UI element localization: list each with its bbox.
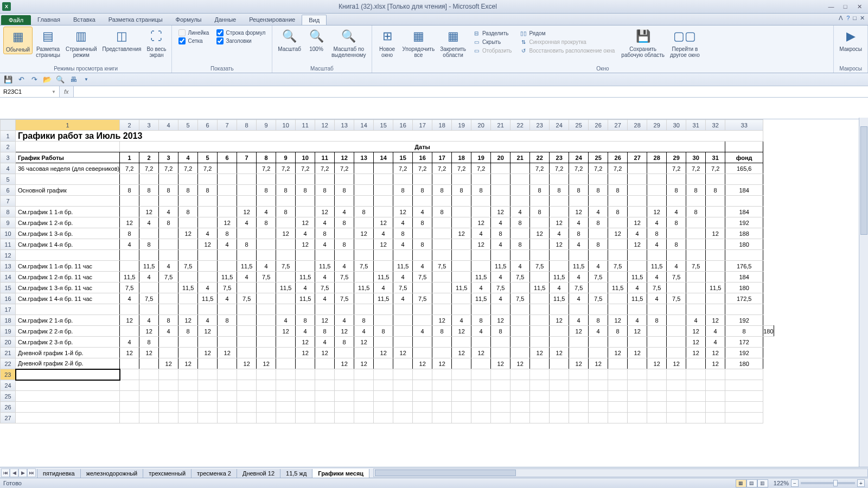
cell[interactable] bbox=[530, 358, 550, 369]
cell[interactable] bbox=[432, 196, 452, 207]
cell[interactable]: 12 bbox=[178, 228, 198, 239]
cell[interactable] bbox=[510, 326, 530, 337]
cell[interactable] bbox=[393, 304, 413, 315]
cell[interactable] bbox=[452, 304, 471, 315]
cell[interactable] bbox=[452, 196, 471, 207]
cell[interactable] bbox=[413, 196, 432, 207]
fund-cell[interactable]: 184 bbox=[725, 185, 763, 196]
fx-icon[interactable]: fx bbox=[60, 88, 73, 95]
cell[interactable]: 4 bbox=[315, 293, 335, 304]
cell[interactable]: 7,2 bbox=[120, 163, 139, 174]
cell[interactable]: 8 bbox=[589, 239, 608, 250]
formula-bar-checkbox[interactable]: Строка формул bbox=[216, 29, 265, 37]
cell[interactable]: 4 bbox=[139, 315, 159, 326]
cell[interactable] bbox=[510, 163, 530, 174]
cell[interactable]: 12 bbox=[608, 348, 628, 358]
cell[interactable] bbox=[276, 293, 296, 304]
view-normal-icon[interactable]: ▦ bbox=[736, 479, 746, 487]
cell[interactable] bbox=[139, 196, 159, 207]
cell[interactable] bbox=[374, 196, 393, 207]
cell[interactable]: 7,5 bbox=[647, 282, 667, 293]
col-header[interactable]: 24 bbox=[550, 120, 569, 131]
cell[interactable]: 8 bbox=[471, 315, 491, 326]
cell[interactable]: 7,2 bbox=[139, 163, 159, 174]
cell[interactable] bbox=[510, 250, 530, 261]
cell[interactable] bbox=[667, 326, 686, 337]
row-label[interactable]: См.график 1 3-я бр. bbox=[16, 228, 120, 239]
spreadsheet-grid[interactable]: 1234567891011121314151617181920212223242… bbox=[0, 119, 868, 423]
cell[interactable] bbox=[198, 196, 218, 207]
cell[interactable]: 7,5 bbox=[139, 293, 159, 304]
cell[interactable]: 7,5 bbox=[178, 261, 198, 272]
cell[interactable] bbox=[159, 348, 178, 358]
cell[interactable]: 12 bbox=[510, 358, 530, 369]
cell[interactable]: 8 bbox=[608, 185, 628, 196]
cell[interactable]: 12 bbox=[218, 348, 237, 358]
cell[interactable] bbox=[530, 337, 550, 348]
cell[interactable] bbox=[159, 282, 178, 293]
cell[interactable]: 12 bbox=[647, 207, 667, 217]
cell[interactable]: 12 bbox=[374, 217, 393, 228]
cell[interactable] bbox=[471, 261, 491, 272]
cell[interactable]: 8 bbox=[432, 326, 452, 337]
cell[interactable]: 11,5 bbox=[315, 261, 335, 272]
cell[interactable] bbox=[276, 304, 296, 315]
cell[interactable]: 12 bbox=[178, 315, 198, 326]
cell[interactable]: 12 bbox=[647, 358, 667, 369]
cell[interactable]: 7,5 bbox=[120, 282, 139, 293]
col-header[interactable]: 22 bbox=[510, 120, 530, 131]
cell[interactable]: 7,2 bbox=[198, 163, 218, 174]
cell[interactable] bbox=[608, 250, 628, 261]
cell[interactable]: 11,5 bbox=[706, 282, 725, 293]
cell[interactable] bbox=[159, 293, 178, 304]
cell[interactable]: 12 bbox=[198, 348, 218, 358]
cell[interactable]: 4 bbox=[647, 217, 667, 228]
cell[interactable]: 7,2 bbox=[452, 163, 471, 174]
cell[interactable]: 12 bbox=[413, 358, 432, 369]
cell[interactable] bbox=[686, 196, 706, 207]
cell[interactable]: 8 bbox=[667, 217, 686, 228]
cell[interactable] bbox=[628, 337, 647, 348]
save-workspace-button[interactable]: 💾Сохранить рабочую область bbox=[619, 27, 667, 59]
cell[interactable] bbox=[354, 196, 374, 207]
col-header[interactable]: 15 bbox=[374, 120, 393, 131]
zoom-slider[interactable] bbox=[801, 482, 855, 484]
cell[interactable]: 7,5 bbox=[510, 293, 530, 304]
cell[interactable]: 11,5 bbox=[608, 282, 628, 293]
cell[interactable]: 4 bbox=[589, 326, 608, 337]
cell[interactable] bbox=[608, 196, 628, 207]
cell[interactable]: 4 bbox=[315, 337, 335, 348]
row-label[interactable]: Основной график bbox=[16, 185, 120, 196]
sync-scroll-button[interactable]: ⇅Синхронная прокрутка bbox=[520, 37, 615, 46]
cell[interactable] bbox=[178, 304, 198, 315]
restore-window-icon[interactable]: □ bbox=[853, 15, 857, 22]
row-label[interactable]: См.график 1 4-я бр. 11 час bbox=[16, 293, 120, 304]
cell[interactable]: 11,5 bbox=[218, 272, 237, 282]
col-header[interactable]: 11 bbox=[296, 120, 315, 131]
fund-cell[interactable]: 184 bbox=[725, 272, 763, 282]
cell[interactable]: 12 bbox=[628, 217, 647, 228]
cell[interactable]: 8 bbox=[315, 326, 335, 337]
cell[interactable]: 8 bbox=[178, 326, 198, 337]
col-header[interactable]: 4 bbox=[159, 120, 178, 131]
cell[interactable]: 11,5 bbox=[452, 282, 471, 293]
cell[interactable] bbox=[413, 348, 432, 358]
cell[interactable]: 4 bbox=[198, 228, 218, 239]
cell[interactable] bbox=[198, 261, 218, 272]
cell[interactable]: 8 bbox=[335, 337, 354, 348]
cell[interactable]: 4 bbox=[589, 207, 608, 217]
qat-dropdown-icon[interactable]: ▼ bbox=[81, 75, 91, 85]
cell[interactable]: 7,2 bbox=[393, 163, 413, 174]
cell[interactable] bbox=[178, 239, 198, 250]
row-label[interactable]: Дневной график 1-й бр. bbox=[16, 348, 120, 358]
cell[interactable]: 7,5 bbox=[159, 272, 178, 282]
cell[interactable] bbox=[276, 217, 296, 228]
cell[interactable]: 8 bbox=[530, 207, 550, 217]
zoom-level[interactable]: 122% bbox=[774, 480, 789, 486]
col-header[interactable]: 12 bbox=[315, 120, 335, 131]
cell[interactable]: 7,2 bbox=[335, 163, 354, 174]
cell[interactable]: 4 bbox=[491, 293, 510, 304]
cell[interactable]: 4 bbox=[296, 326, 315, 337]
cell[interactable] bbox=[491, 250, 510, 261]
cell[interactable]: 12 bbox=[550, 217, 569, 228]
